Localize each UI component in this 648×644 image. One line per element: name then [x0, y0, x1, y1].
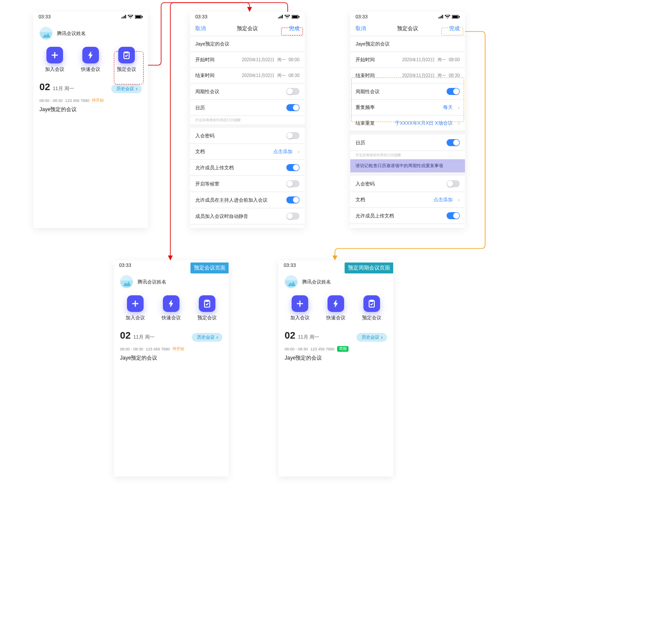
document-add-link[interactable]: 点击添加 — [273, 148, 299, 155]
upload-cell[interactable]: 允许成员上传文档 — [350, 208, 465, 224]
lobby-cell[interactable]: 开启等候室 — [190, 176, 305, 192]
avatar[interactable] — [285, 275, 298, 288]
phone-home-1: 03:33 腾讯会议姓名 加入会议 快速会议 — [33, 12, 148, 228]
document-add-link[interactable]: 点击添加 — [433, 196, 460, 203]
action-quick[interactable]: 快速会议 — [156, 295, 187, 321]
phone-schedule-recurring: 03:33 取消 预定会议 完成 Jaye预定的会议 开始时间 2020年11月… — [350, 12, 465, 228]
action-quick[interactable]: 快速会议 — [75, 47, 106, 73]
meeting-row[interactable]: 08:00 - 08:30 123 456 7890 待开始 Jaye预定的会议 — [33, 96, 148, 115]
calendar-switch[interactable] — [286, 104, 299, 111]
sheet-title: 预定会议 — [237, 25, 258, 32]
cancel-button[interactable]: 取消 — [356, 25, 366, 32]
upload-cell[interactable]: 允许成员上传文档 — [190, 160, 305, 176]
auto-mute-switch[interactable] — [286, 213, 299, 220]
lightning-icon — [331, 299, 340, 308]
wifi-icon — [128, 15, 133, 19]
early-join-switch[interactable] — [286, 196, 299, 203]
action-book[interactable]: 预定会议 — [111, 47, 142, 73]
phone-schedule-single: 03:33 取消 预定会议 完成 Jaye预定的会议 开始时间 2020年11月… — [190, 12, 305, 228]
document-cell[interactable]: 文档 点击添加 — [350, 192, 465, 208]
clipboard-check-icon — [367, 299, 376, 308]
history-chip[interactable]: 历史会议 — [111, 84, 142, 93]
lobby-cell[interactable]: 开启等候室 — [350, 224, 465, 228]
recurring-cell[interactable]: 周期性会议 — [190, 84, 305, 100]
calendar-cell[interactable]: 日历 — [190, 100, 305, 116]
cancel-button[interactable]: 取消 — [195, 25, 206, 32]
document-cell[interactable]: 文档 点击添加 — [190, 144, 305, 160]
clipboard-check-icon — [122, 51, 131, 60]
recurring-notice: 请切记检查日历邀请项中的周期性或重复事项 — [350, 159, 465, 172]
svg-rect-6 — [299, 16, 299, 18]
password-cell[interactable]: 入会密码 — [350, 176, 465, 192]
done-button[interactable]: 完成 — [449, 25, 460, 32]
meeting-status-badge: 周期 — [337, 346, 349, 352]
action-label: 预定会议 — [117, 66, 136, 73]
action-quick[interactable]: 快速会议 — [320, 295, 351, 321]
repeat-end-value[interactable]: 于XXXX年X月X日 X场会议 — [395, 120, 460, 126]
lobby-switch[interactable] — [286, 180, 299, 187]
action-join[interactable]: 加入会议 — [39, 47, 70, 73]
action-book[interactable]: 预定会议 — [356, 295, 387, 321]
user-row: 腾讯会议姓名 — [33, 21, 148, 42]
clock: 03:33 — [39, 14, 51, 19]
battery-icon — [452, 15, 460, 19]
signal-icon — [121, 15, 126, 19]
clipboard-check-icon — [203, 299, 211, 308]
end-time-cell[interactable]: 结束时间 2020年11月02日周一08:30 — [350, 68, 465, 84]
action-label: 加入会议 — [45, 66, 64, 73]
calendar-cell[interactable]: 日历 — [350, 135, 465, 151]
canvas: 03:33 腾讯会议姓名 加入会议 快速会议 — [0, 0, 648, 644]
meeting-title: Jaye预定的会议 — [39, 106, 142, 113]
watermark-cell[interactable]: 开启屏幕共享水印 — [190, 224, 305, 228]
password-cell[interactable]: 入会密码 — [190, 128, 305, 144]
user-name: 腾讯会议姓名 — [57, 30, 86, 37]
password-switch[interactable] — [286, 132, 299, 139]
phone-result-single: 03:33 腾讯会议姓名 加入会议 快速会议 预定会议 0211月 周一 历史会… — [114, 260, 229, 476]
wifi-icon — [445, 15, 450, 19]
repeat-end-cell[interactable]: 结束重复 于XXXX年X月X日 X场会议 — [350, 116, 465, 131]
action-join[interactable]: 加入会议 — [120, 295, 151, 321]
battery-icon — [292, 15, 299, 19]
action-label: 快速会议 — [81, 66, 100, 73]
sheet-title: 预定会议 — [397, 25, 418, 32]
auto-mute-cell[interactable]: 成员加入会议时自动静音 — [190, 208, 305, 224]
upload-switch[interactable] — [447, 212, 460, 219]
recurring-cell[interactable]: 周期性会议 — [350, 84, 465, 100]
avatar[interactable] — [39, 27, 53, 40]
start-time-cell[interactable]: 开始时间 2020年11月02日周一08:00 — [190, 52, 305, 68]
history-chip[interactable]: 历史会议 — [356, 333, 387, 342]
repeat-freq-value[interactable]: 每天 — [443, 104, 460, 111]
done-button[interactable]: 完成 — [289, 25, 299, 32]
password-switch[interactable] — [447, 180, 460, 187]
wifi-icon — [285, 15, 290, 19]
signal-icon — [278, 15, 283, 19]
start-time-cell[interactable]: 开始时间 2020年11月02日周一08:00 — [350, 52, 465, 68]
end-time-cell[interactable]: 结束时间 2020年11月02日周一08:30 — [190, 68, 305, 84]
status-icons — [121, 15, 143, 19]
meeting-name-cell[interactable]: Jaye预定的会议 — [190, 36, 305, 52]
meeting-status-badge: 待开始 — [173, 346, 184, 352]
action-book[interactable]: 预定会议 — [192, 295, 222, 321]
recurring-switch[interactable] — [447, 88, 460, 95]
meeting-code: 123 456 7890 — [65, 98, 89, 103]
battery-icon — [135, 15, 143, 19]
upload-switch[interactable] — [286, 164, 299, 171]
screen-tag-recurring: 预定周期会议页面 — [345, 262, 393, 273]
meeting-time: 08:00 - 08:30 — [39, 98, 63, 103]
repeat-freq-cell[interactable]: 重复频率 每天 — [350, 100, 465, 116]
action-join[interactable]: 加入会议 — [285, 295, 315, 321]
meeting-row[interactable]: 08:00 - 08:30 123 456 7890 待开始 Jaye预定的会议 — [114, 344, 229, 364]
avatar[interactable] — [120, 275, 133, 288]
calendar-date: 02 11月 周一 — [39, 81, 74, 93]
history-chip[interactable]: 历史会议 — [192, 333, 222, 342]
svg-rect-2 — [142, 16, 143, 18]
plus-icon — [296, 299, 304, 308]
calendar-switch[interactable] — [447, 139, 460, 146]
meeting-row[interactable]: 08:00 - 08:30 123 456 7890 周期 Jaye预定的会议 — [278, 344, 393, 364]
svg-rect-9 — [459, 16, 460, 18]
recurring-switch[interactable] — [286, 88, 299, 95]
svg-rect-8 — [453, 15, 458, 18]
phone-result-recurring: 03:33 腾讯会议姓名 加入会议 快速会议 预定会议 0211月 周一 历史会… — [278, 260, 393, 476]
meeting-name-cell[interactable]: Jaye预定的会议 — [350, 36, 465, 52]
early-join-cell[interactable]: 允许成员在主持人进会前加入会议 — [190, 192, 305, 208]
